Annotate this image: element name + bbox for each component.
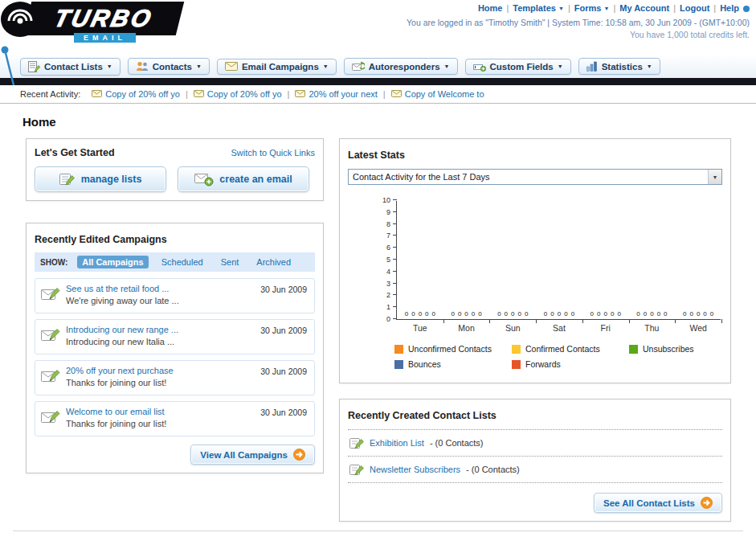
nav-tab-statistics[interactable]: Statistics▼ (578, 58, 660, 75)
bar-value: 0 (550, 310, 554, 318)
chevron-down-icon: ▼ (558, 6, 564, 11)
recent-activity-items: Copy of 20% off yo|Copy of 20% off yo|20… (92, 89, 484, 100)
campaign-item[interactable]: See us at the retail food ...We're givin… (35, 278, 315, 313)
contact-list-item[interactable]: Newsletter Subscribers- (0 Contacts) (348, 456, 722, 482)
chevron-down-icon: ▼ (647, 64, 652, 69)
campaign-filter-archived[interactable]: Archived (251, 256, 296, 268)
campaign-filter-sent[interactable]: Sent (216, 256, 244, 268)
create-email-icon (194, 173, 214, 186)
bar-value-labels: 00000 (582, 310, 629, 318)
y-axis-tick (393, 294, 397, 295)
nav-tab-contact-lists[interactable]: Contact Lists▼ (20, 58, 121, 76)
contact-list-name-link[interactable]: Newsletter Subscribers (370, 465, 460, 474)
stats-period-select[interactable]: Contact Activity for the Last 7 Days ▼ (348, 169, 722, 185)
bar-value: 0 (478, 310, 481, 318)
switch-quick-links-link[interactable]: Switch to Quick Links (231, 148, 315, 158)
contact-list-count: - (0 Contacts) (466, 465, 520, 474)
y-axis-label: 6 (370, 244, 390, 252)
header-right: Home|Templates ▼|Forms ▼|My Account|Logo… (407, 3, 750, 39)
bar-value: 0 (472, 310, 475, 318)
bar-value: 0 (544, 310, 547, 318)
bar-value: 0 (683, 310, 686, 318)
activity-separator: | (383, 89, 386, 99)
envelope-pencil-icon (41, 286, 60, 302)
y-axis-tick (393, 271, 397, 272)
campaign-filter-scheduled[interactable]: Scheduled (157, 256, 208, 268)
y-axis-label: 1 (370, 303, 390, 311)
activity-separator: | (186, 89, 188, 99)
top-link-my-account[interactable]: My Account (619, 3, 669, 13)
top-link-separator: | (568, 3, 570, 13)
campaign-item[interactable]: Welcome to our email listThanks for join… (35, 401, 315, 436)
campaign-item[interactable]: Introducing our new range ...Introducing… (35, 319, 315, 354)
nav-tab-email-campaigns[interactable]: Email Campaigns▼ (217, 59, 337, 75)
logo-swoosh-icon (0, 0, 42, 42)
contact-list-name-link[interactable]: Exhibition List (370, 438, 424, 448)
bar-value: 0 (518, 310, 521, 318)
dropdown-arrow-icon: ▼ (708, 170, 721, 184)
stats-period-value: Contact Activity for the Last 7 Days (353, 172, 490, 182)
recent-activity-item[interactable]: Copy of 20% off yo (194, 89, 282, 99)
top-link-home[interactable]: Home (478, 3, 503, 13)
bar-value: 0 (451, 310, 454, 318)
legend-label: Forwards (525, 359, 561, 369)
y-axis-tick (393, 223, 397, 224)
recent-activity-item[interactable]: Copy of 20% off yo (92, 89, 180, 99)
top-link-logout[interactable]: Logout (680, 3, 709, 13)
see-all-contact-lists-button[interactable]: See All Contact Lists (594, 493, 722, 513)
nav-tab-label: Statistics (602, 62, 643, 72)
logo-text-turbo: TURBO (51, 5, 156, 32)
bar-value: 0 (458, 310, 461, 318)
logo[interactable]: TURBO EMAIL (0, 0, 209, 48)
manage-lists-button[interactable]: manage lists (35, 166, 166, 192)
contact-activity-chart: 01234567891000000Tue00000Mon00000Sun0000… (348, 198, 722, 336)
activity-separator: | (288, 89, 290, 99)
legend-label: Confirmed Contacts (525, 344, 600, 354)
campaign-subtitle: We're giving away our late ... (66, 296, 308, 305)
bar-value: 0 (571, 310, 574, 318)
view-all-campaigns-button[interactable]: View All Campaigns (190, 445, 315, 465)
bar-value: 0 (411, 310, 415, 318)
top-link-forms[interactable]: Forms ▼ (574, 3, 610, 13)
legend-item: Unconfirmed Contacts (394, 344, 512, 354)
bar-value: 0 (525, 310, 528, 318)
envelope-pencil-icon (41, 327, 60, 343)
bar-value-labels: 00000 (489, 310, 536, 318)
y-axis-label: 0 (370, 315, 390, 323)
recent-activity-item[interactable]: Copy of Welcome to (391, 89, 484, 99)
bar-value-labels: 00000 (397, 310, 443, 318)
chevron-down-icon: ▼ (603, 6, 609, 11)
legend-swatch (512, 360, 521, 369)
y-axis-label: 8 (370, 220, 390, 228)
contact-list-item[interactable]: Exhibition List- (0 Contacts) (348, 429, 722, 456)
y-axis-tick (393, 247, 397, 248)
view-all-campaigns-label: View All Campaigns (200, 450, 288, 460)
campaign-item[interactable]: 20% off your next purchaseThanks for joi… (35, 360, 315, 395)
recent-activity-item-label: Copy of 20% off yo (207, 89, 282, 99)
nav-tab-custom-fields[interactable]: Custom Fields▼ (465, 59, 571, 75)
legend-label: Unconfirmed Contacts (408, 344, 492, 354)
nav-tab-autoresponders[interactable]: Autoresponders▼ (344, 58, 458, 75)
recent-activity-item[interactable]: 20% off your next (295, 89, 377, 99)
create-email-button[interactable]: create an email (178, 166, 309, 192)
y-axis-tick (393, 259, 397, 260)
top-link-separator: | (673, 3, 676, 13)
nav-tab-contacts[interactable]: Contacts▼ (128, 58, 210, 75)
show-label: SHOW: (40, 258, 67, 267)
y-axis-tick (393, 318, 397, 319)
bar-value: 0 (597, 310, 600, 318)
get-started-title: Let's Get Started (35, 147, 115, 158)
nav-tab-label: Custom Fields (490, 62, 554, 72)
manage-lists-label: manage lists (81, 174, 142, 185)
page: TURBO EMAIL Home|Templates ▼|Forms ▼|My … (0, 0, 756, 522)
bar-value-labels: 00000 (536, 310, 582, 318)
top-link-templates[interactable]: Templates ▼ (513, 3, 564, 13)
top-links: Home|Templates ▼|Forms ▼|My Account|Logo… (407, 3, 750, 13)
create-email-label: create an email (219, 174, 292, 185)
nav-tab-label: Email Campaigns (242, 62, 319, 72)
bar-value: 0 (664, 310, 667, 318)
campaign-subtitle: Introducing our new Italia ... (66, 337, 308, 346)
top-link-separator: | (506, 3, 509, 13)
campaign-filter-all-campaigns[interactable]: All Campaigns (77, 256, 148, 268)
top-link-help[interactable]: Help (720, 3, 739, 13)
